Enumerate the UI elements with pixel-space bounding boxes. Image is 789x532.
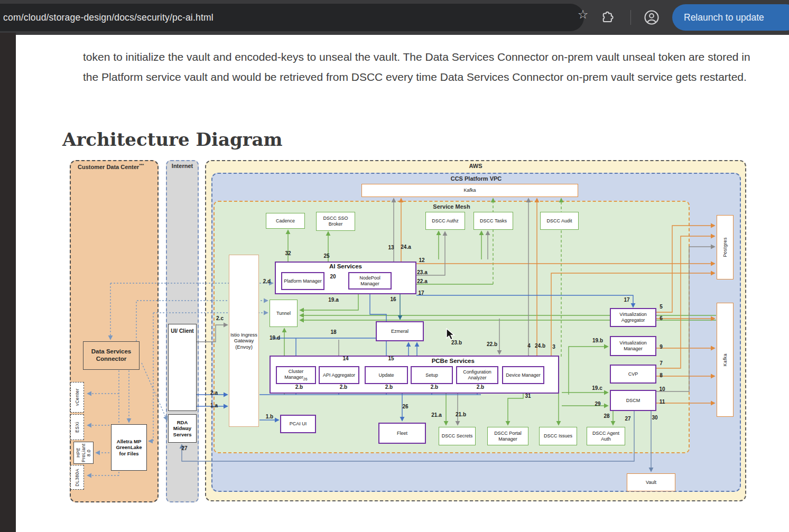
node-postgres: Postgres (717, 215, 734, 279)
node-setup: Setup (411, 366, 453, 384)
edge-label: 19.b (592, 338, 603, 343)
node-istio-ingress-gateway: Istio Ingress Gateway (Envoy) (229, 255, 259, 427)
edge-label: 12 (419, 257, 424, 263)
node-dl380a: DL380A (70, 465, 84, 490)
node-configuration-analyzer: Configuration Analyzer (456, 366, 498, 384)
edge-label: 22.b (487, 341, 497, 347)
edge-label: 32 (285, 250, 291, 256)
relaunch-to-update-button[interactable]: Relaunch to update (672, 4, 789, 31)
address-bar[interactable]: com/cloud/storage-design/docs/security/p… (0, 4, 584, 31)
edge-label: 13 (388, 245, 394, 250)
node-dscc-authz: DSCC Authz (425, 212, 465, 230)
edge-label: 19.d (270, 335, 280, 341)
edge-label: 19.c (592, 385, 602, 391)
edge-label: 20 (330, 274, 336, 279)
node-vault: Vault (627, 473, 675, 491)
edge-label: 6 (660, 315, 663, 321)
node-dscc-issues: DSCC Issues (539, 427, 577, 445)
edge-label: 2.b (340, 384, 347, 390)
edge-label: 1.a (210, 403, 218, 408)
node-dscm: DSCM (610, 390, 656, 411)
edge-label: 2.c (216, 315, 224, 321)
node-pcai-ui: PCAI UI (280, 415, 316, 433)
node-cluster-manager: Cluster Manager26 (276, 366, 316, 384)
architecture-diagram: Customer Data Center***InternetAWSCCS Pl… (62, 156, 747, 506)
edge-label: 3 (552, 344, 555, 350)
edge-label: 27 (625, 416, 630, 422)
node-device-manager: Device Manager (502, 366, 544, 384)
node-dscc-portal-manager: DSCC Portal Manager (487, 427, 528, 445)
node-api-aggregator: API Aggregator (319, 366, 359, 384)
page-sidebar-strip (0, 33, 16, 532)
toolbar-separator (630, 10, 631, 25)
node-cvp: CVP (610, 365, 656, 384)
browser-toolbar: com/cloud/storage-design/docs/security/p… (0, 0, 789, 35)
edge-label: 2.b (431, 384, 438, 390)
edge-label: 31 (525, 393, 531, 399)
node-dscc-agent-auth: DSCC Agent Auth (587, 427, 625, 445)
node-ui-client: UI/ Client (168, 324, 197, 411)
node-dscc-sso-broker: DSCC SSO Broker (316, 212, 355, 231)
edge-label: 27 (181, 445, 187, 451)
edge-label: 23.a (417, 269, 427, 275)
extensions-puzzle-icon[interactable] (599, 10, 615, 25)
edge-label: 26 (402, 404, 408, 409)
edge-label: 22.a (417, 278, 427, 284)
edge-label: 5 (660, 304, 663, 310)
node-cadence: Cadence (266, 213, 305, 229)
node-virtualization-manager: Virtualization Manager (610, 336, 656, 356)
edge-label: 28 (604, 413, 609, 419)
page-title: Architecture Diagram (62, 129, 283, 150)
url-text[interactable]: com/cloud/storage-design/docs/security/p… (3, 4, 214, 31)
edge-label: 7 (660, 360, 663, 366)
edge-label: 19.a (328, 297, 338, 303)
edge-label: 2.b (295, 384, 303, 390)
edge-label: 21.b (456, 412, 466, 417)
edge-label: 15 (388, 356, 394, 361)
node-rda-midway: RDA Midway Servers (168, 414, 197, 443)
node-nodepool-manager: NodePool Manager (348, 272, 392, 290)
edge-label: 2.b (385, 384, 393, 390)
node-dscc-tasks: DSCC Tasks (474, 212, 513, 230)
edge-label: 2.d (263, 278, 271, 284)
node-alletra: Alletra MP GreenLake for Files (111, 424, 147, 471)
node-update: Update (365, 366, 408, 384)
edge-label: 10 (659, 386, 665, 392)
bookmark-star-icon[interactable]: ☆ (572, 4, 593, 25)
node-kafka-right: Kafka (717, 303, 734, 417)
edge-label: 25 (323, 253, 329, 259)
edge-label: 16 (390, 296, 396, 302)
node-tunnel: Tunnel (270, 300, 298, 327)
node-fleet: Fleet (378, 423, 426, 444)
node-dscc-audit: DSCC Audit (540, 212, 579, 230)
node-platform-manager: Platform Manager (281, 272, 324, 290)
edge-label: 1.b (266, 414, 273, 419)
edge-label: 2.b (477, 384, 484, 390)
edge-label: 23.b (451, 340, 462, 346)
node-ezmeral: Ezmeral (376, 321, 424, 341)
edge-label: 17 (624, 297, 629, 303)
edge-label: 21.a (431, 412, 441, 418)
edge-label: 9 (660, 344, 663, 350)
edge-label: 8 (660, 372, 663, 378)
edge-label: 24.a (401, 244, 411, 250)
edge-label: 14 (342, 356, 348, 361)
edge-label: 17 (418, 290, 424, 296)
edge-label: 18 (330, 329, 336, 335)
edge-label: 29 (595, 401, 600, 407)
node-dscc-secrets: DSCC Secrets (439, 427, 476, 445)
edge-label: 2.a (210, 390, 218, 396)
profile-icon[interactable] (644, 10, 660, 25)
edge-label: 4 (527, 343, 531, 349)
edge-label: 30 (652, 415, 657, 421)
node-vcenter: vCenter (70, 382, 84, 413)
node-kafka-bar: Kafka (361, 184, 578, 197)
node-virtualization-aggregator: Virtualization Aggregator (610, 308, 656, 327)
node-hpe-proliant: HPE ProLiant 8.0 (73, 442, 94, 464)
edge-label: 11 (660, 399, 665, 405)
mouse-cursor (446, 328, 458, 341)
edge-label: 24.b (535, 343, 545, 349)
node-data-services-connector: Data Services Connector (83, 341, 140, 370)
body-paragraph: token to initialize the vault and encode… (83, 47, 755, 87)
node-esxi: ESXi (70, 414, 84, 440)
